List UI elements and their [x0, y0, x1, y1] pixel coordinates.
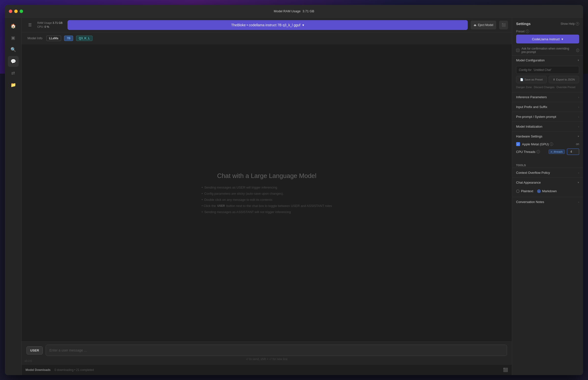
context-overflow-header[interactable]: Context Overflow Policy ›	[512, 168, 583, 177]
input-hint: ⏎ to send, shift + ⏎ for new line	[26, 356, 507, 361]
chat-appearance-section: Chat Appearance ▾ Plaintext Markdown	[512, 177, 583, 197]
prefix-suffix-arrow: ›	[578, 106, 579, 109]
hint-4: • Click the USER button next to the chat…	[202, 204, 332, 208]
context-overflow-arrow: ›	[578, 171, 579, 174]
input-area: USER ⏎ to send, shift + ⏎ for new line	[22, 342, 512, 364]
model-init-title: Model Initialization	[516, 125, 542, 128]
markdown-radio[interactable]	[537, 190, 541, 193]
gpu-value: on	[576, 142, 579, 146]
nav-home[interactable]: 🏠	[8, 21, 19, 31]
confirm-label: Ask for confirmation when overriding pre…	[521, 47, 574, 54]
maximize-button[interactable]	[20, 10, 23, 13]
nav-sidebar-toggle[interactable]: ▣	[8, 32, 19, 43]
confirm-checkbox[interactable]	[516, 49, 519, 52]
minimize-button[interactable]	[14, 10, 18, 13]
model-config-arrow: ▾	[578, 59, 579, 62]
chat-content: Chat with a Large Language Model • Sendi…	[22, 44, 512, 342]
gpu-info-icon[interactable]: i	[550, 142, 553, 146]
preprompt-arrow: ›	[578, 115, 579, 118]
traffic-lights	[9, 10, 23, 13]
chat-main: Chat with a Large Language Model • Sendi…	[22, 44, 512, 364]
danger-zone-button[interactable]: Danger Zone	[516, 85, 532, 89]
context-overflow-section: Context Overflow Policy ›	[512, 168, 583, 177]
tag-llama: LLaMa	[46, 36, 61, 41]
eject-model-button[interactable]: ⏏ Eject Model	[471, 21, 496, 29]
danger-buttons: Danger Zone Discard Changes Override Pre…	[516, 85, 579, 89]
discard-changes-button[interactable]: Discard Changes	[534, 85, 554, 89]
user-role-button[interactable]: USER	[26, 346, 43, 355]
model-config-title: Model Configuration	[516, 58, 545, 62]
show-help-button[interactable]: Show Help ?	[561, 22, 579, 25]
markdown-label: Markdown	[542, 189, 557, 193]
close-button[interactable]	[9, 10, 12, 13]
inference-title: Inference Parameters	[516, 95, 547, 99]
nav-chat[interactable]: 💬	[8, 56, 19, 67]
prefix-suffix-section: Input Prefix and Suffix ›	[512, 102, 583, 112]
hint-1: • Sending messages as USER will trigger …	[202, 186, 332, 189]
nav-search[interactable]: 🔍	[8, 44, 19, 55]
hint-5: • Sending messages as ASSISTANT will not…	[202, 210, 332, 214]
model-info-label: Model Info	[27, 36, 42, 40]
confirm-checkbox-row: Ask for confirmation when overriding pre…	[512, 45, 583, 55]
inference-arrow: ›	[578, 96, 579, 99]
preset-selector-button[interactable]: CodeLlama Instruct ▾	[516, 35, 579, 43]
hardware-section: Hardware Settings ▾ ✓ Apple Metal (GPU) …	[512, 131, 583, 158]
hardware-header[interactable]: Hardware Settings ▾	[512, 132, 583, 141]
status-text: 0 downloading • 21 completed	[55, 368, 94, 372]
export-icon: ⬆	[553, 78, 555, 81]
export-json-label: Export to JSON	[556, 78, 575, 81]
nav-swap[interactable]: ⇄	[8, 68, 19, 78]
hardware-content: ✓ Apple Metal (GPU) i on CPU Threads i	[512, 141, 583, 158]
save-preset-label: Save as Preset	[524, 78, 543, 81]
hardware-title: Hardware Settings	[516, 134, 542, 138]
gpu-label: Apple Metal (GPU) i	[522, 142, 574, 146]
panel-header: Settings Show Help ?	[512, 18, 583, 28]
prefix-suffix-header[interactable]: Input Prefix and Suffix ›	[512, 102, 583, 112]
config-name-input[interactable]	[516, 66, 579, 74]
preprompt-header[interactable]: Pre-prompt / System prompt ›	[512, 112, 583, 121]
context-overflow-title: Context Overflow Policy	[516, 171, 550, 174]
app-body: 🏠 ▣ 🔍 💬 ⇄ 📁 ☰ RAM Usage 3.71 GB CPU:	[5, 18, 583, 375]
sidebar-toggle-button[interactable]: ☰	[25, 21, 34, 29]
status-right-icon: ⬛	[503, 367, 508, 372]
plaintext-radio[interactable]	[516, 190, 519, 193]
tools-header: Tools	[512, 161, 583, 168]
spacer	[512, 158, 583, 161]
model-config-header[interactable]: Model Configuration ▾	[512, 56, 583, 65]
preset-value: CodeLlama Instruct	[532, 37, 560, 41]
threads-input[interactable]	[567, 149, 579, 155]
titlebar-title: Model RAM Usage 3.71 GB	[274, 9, 314, 13]
preprompt-section: Pre-prompt / System prompt ›	[512, 112, 583, 121]
markdown-option[interactable]: Markdown	[537, 189, 557, 193]
sidebar-nav: 🏠 ▣ 🔍 💬 ⇄ 📁	[5, 18, 22, 375]
gpu-checkbox[interactable]: ✓	[516, 142, 520, 146]
threads-info-icon[interactable]: i	[536, 150, 540, 153]
layout-toggle-button[interactable]: ⬛	[499, 21, 508, 29]
override-preset-button[interactable]: Override Preset	[557, 85, 575, 89]
title-prefix: Model RAM Usage	[274, 9, 301, 13]
version-badge: v0.2.5	[24, 359, 32, 362]
chat-welcome-text: Chat with a Large Language Model	[217, 172, 317, 180]
content-area: ☰ RAM Usage 3.71 GB CPU: 0 % TheBloke • …	[22, 18, 512, 375]
inference-header[interactable]: Inference Parameters ›	[512, 92, 583, 102]
model-selector-button[interactable]: TheBloke • codellama instruct 7B q3_k_l …	[68, 20, 468, 30]
model-config-section: Model Configuration ▾ 📄 Save as Preset ⬆…	[512, 55, 583, 92]
plaintext-option[interactable]: Plaintext	[516, 189, 533, 193]
export-json-button[interactable]: ⬆ Export to JSON	[549, 76, 579, 83]
title-value: 3.71 GB	[303, 9, 314, 13]
conv-notes-section: Conversation Notes ›	[512, 197, 583, 207]
gpu-check-icon: ✓	[517, 143, 519, 146]
confirm-info-icon[interactable]: i	[576, 49, 579, 52]
chat-appearance-content: Plaintext Markdown	[512, 187, 583, 197]
chat-appearance-header[interactable]: Chat Appearance ▾	[512, 178, 583, 187]
nav-files[interactable]: 📁	[8, 79, 19, 90]
conv-notes-header[interactable]: Conversation Notes ›	[512, 197, 583, 207]
message-input[interactable]	[46, 345, 507, 356]
ram-label: RAM Usage 3.71 GB	[37, 21, 63, 25]
hint-2: • Config parameters are sticky (auto-sav…	[202, 192, 332, 195]
save-preset-button[interactable]: 📄 Save as Preset	[516, 76, 547, 83]
preset-info-icon[interactable]: i	[526, 30, 529, 33]
model-init-header[interactable]: Model Initialization ›	[512, 122, 583, 131]
preset-dropdown-icon: ▾	[562, 37, 563, 41]
model-dropdown-icon: ▾	[302, 23, 304, 27]
